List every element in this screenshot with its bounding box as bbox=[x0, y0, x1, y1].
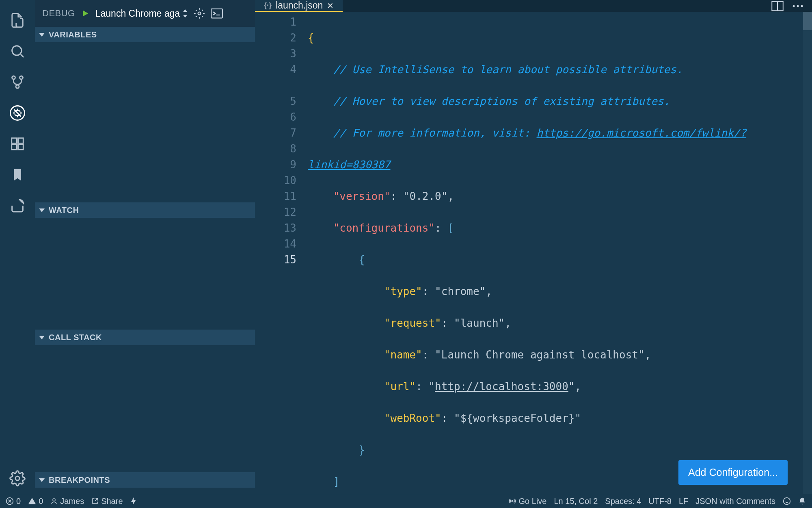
callstack-body bbox=[35, 345, 255, 472]
svg-point-18 bbox=[53, 499, 55, 501]
start-debug-icon[interactable] bbox=[81, 9, 90, 18]
json-file-icon: {·} bbox=[264, 1, 272, 10]
code-content[interactable]: { // Use IntelliSense to learn about pos… bbox=[308, 12, 812, 508]
debug-settings-icon[interactable] bbox=[194, 8, 205, 19]
line-number-gutter: 1 2 3 4 5 6 7 8 9 10 11 12 13 14 15 bbox=[255, 12, 308, 508]
bookmark-icon[interactable] bbox=[4, 162, 30, 188]
svg-rect-11 bbox=[211, 9, 222, 18]
chevron-down-icon bbox=[39, 208, 45, 212]
search-icon[interactable] bbox=[4, 38, 30, 64]
minimap[interactable] bbox=[803, 12, 812, 508]
status-user[interactable]: James bbox=[50, 497, 84, 506]
status-feedback-icon[interactable] bbox=[783, 497, 791, 505]
variables-body bbox=[35, 42, 255, 202]
debug-icon[interactable] bbox=[4, 100, 30, 126]
tab-launch-json[interactable]: {·} launch.json ✕ bbox=[255, 0, 343, 12]
status-golive[interactable]: Go Live bbox=[508, 497, 547, 506]
code-editor[interactable]: 1 2 3 4 5 6 7 8 9 10 11 12 13 14 15 { //… bbox=[255, 12, 812, 508]
svg-rect-7 bbox=[12, 145, 17, 150]
breakpoints-body bbox=[35, 488, 255, 492]
svg-rect-6 bbox=[18, 138, 24, 143]
watch-section-header[interactable]: WATCH bbox=[35, 202, 255, 218]
status-cursor-position[interactable]: Ln 15, Col 2 bbox=[554, 497, 598, 506]
chevron-down-icon bbox=[39, 478, 45, 482]
svg-rect-8 bbox=[18, 145, 24, 150]
status-warnings[interactable]: 0 bbox=[28, 497, 43, 506]
source-control-icon[interactable] bbox=[4, 69, 30, 95]
svg-rect-5 bbox=[12, 138, 17, 143]
chevron-updown-icon bbox=[182, 9, 188, 17]
debug-config-name: Launch Chrome aga bbox=[95, 8, 180, 19]
activity-bar bbox=[0, 0, 35, 494]
watch-label: WATCH bbox=[49, 206, 79, 215]
status-bell-icon[interactable] bbox=[798, 497, 806, 505]
debug-config-selector[interactable]: Launch Chrome aga bbox=[95, 8, 188, 19]
debug-toolbar: DEBUG Launch Chrome aga bbox=[35, 0, 255, 27]
status-eol[interactable]: LF bbox=[679, 497, 688, 506]
svg-point-14 bbox=[793, 5, 795, 7]
split-editor-icon[interactable] bbox=[771, 1, 784, 11]
status-action-icon[interactable] bbox=[130, 497, 137, 505]
svg-point-19 bbox=[512, 500, 513, 501]
callstack-label: CALL STACK bbox=[49, 333, 102, 342]
svg-point-15 bbox=[797, 5, 799, 7]
status-bar: 0 0 James Share Go Live Ln 15, Col 2 Spa… bbox=[0, 494, 812, 508]
extensions-icon[interactable] bbox=[4, 131, 30, 157]
debug-sidebar: DEBUG Launch Chrome aga VARIABLES bbox=[35, 0, 255, 494]
svg-point-16 bbox=[801, 5, 803, 7]
more-actions-icon[interactable] bbox=[793, 4, 803, 8]
status-share[interactable]: Share bbox=[91, 497, 123, 506]
variables-label: VARIABLES bbox=[49, 30, 97, 39]
chevron-down-icon bbox=[39, 336, 45, 339]
explorer-icon[interactable] bbox=[4, 7, 30, 33]
callstack-section-header[interactable]: CALL STACK bbox=[35, 330, 255, 345]
svg-point-0 bbox=[12, 46, 22, 55]
svg-point-10 bbox=[198, 12, 201, 15]
debug-label: DEBUG bbox=[42, 8, 75, 19]
svg-point-2 bbox=[20, 76, 23, 79]
status-encoding[interactable]: UTF-8 bbox=[648, 497, 672, 506]
status-indentation[interactable]: Spaces: 4 bbox=[605, 497, 641, 506]
variables-section-header[interactable]: VARIABLES bbox=[35, 27, 255, 42]
editor-group: {·} launch.json ✕ 1 2 3 4 5 6 bbox=[255, 0, 812, 494]
svg-point-9 bbox=[15, 476, 19, 480]
tab-bar: {·} launch.json ✕ bbox=[255, 0, 812, 12]
tab-filename: launch.json bbox=[276, 0, 323, 11]
debug-console-icon[interactable] bbox=[211, 8, 223, 19]
share-icon[interactable] bbox=[4, 193, 30, 219]
close-icon[interactable]: ✕ bbox=[327, 1, 334, 11]
watch-body bbox=[35, 218, 255, 330]
editor-actions bbox=[771, 0, 812, 12]
svg-point-3 bbox=[16, 85, 19, 88]
svg-point-1 bbox=[12, 76, 15, 79]
status-language-mode[interactable]: JSON with Comments bbox=[695, 497, 775, 506]
status-errors[interactable]: 0 bbox=[6, 497, 21, 506]
add-configuration-button[interactable]: Add Configuration... bbox=[678, 460, 788, 485]
breakpoints-label: BREAKPOINTS bbox=[49, 475, 110, 485]
svg-point-20 bbox=[784, 498, 790, 505]
breakpoints-section-header[interactable]: BREAKPOINTS bbox=[35, 472, 255, 488]
chevron-down-icon bbox=[39, 33, 45, 37]
settings-gear-icon[interactable] bbox=[4, 465, 30, 491]
